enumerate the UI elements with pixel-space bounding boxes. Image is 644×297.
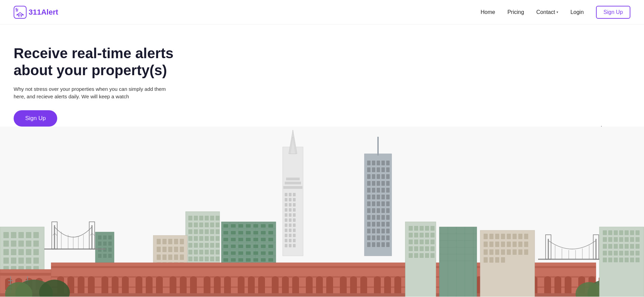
svg-rect-271 — [246, 245, 251, 248]
svg-rect-90 — [372, 222, 375, 227]
svg-rect-284 — [238, 258, 243, 262]
svg-rect-32 — [293, 229, 296, 232]
nav-home[interactable]: Home — [481, 9, 495, 15]
svg-rect-43 — [377, 137, 379, 155]
svg-rect-24 — [285, 218, 287, 222]
svg-rect-92 — [381, 222, 385, 227]
svg-rect-138 — [108, 235, 112, 240]
logo[interactable]: # 311Alert — [14, 6, 58, 19]
svg-rect-9 — [285, 193, 287, 196]
svg-rect-197 — [199, 257, 203, 261]
svg-rect-49 — [367, 167, 371, 172]
svg-rect-406 — [420, 240, 424, 244]
svg-rect-56 — [377, 174, 380, 179]
svg-rect-479 — [635, 244, 640, 249]
svg-rect-490 — [619, 258, 623, 262]
svg-rect-45 — [372, 161, 375, 165]
svg-rect-276 — [231, 251, 236, 255]
svg-rect-82 — [381, 208, 385, 213]
svg-rect-264 — [246, 238, 251, 241]
svg-rect-161 — [199, 216, 203, 220]
svg-rect-440 — [495, 242, 499, 247]
svg-rect-120 — [3, 249, 9, 255]
svg-rect-93 — [386, 222, 390, 227]
svg-rect-259 — [261, 231, 266, 234]
svg-rect-19 — [289, 208, 292, 212]
svg-rect-46 — [377, 161, 380, 165]
svg-rect-159 — [188, 216, 192, 220]
svg-rect-403 — [430, 233, 435, 237]
svg-rect-146 — [103, 254, 107, 258]
hero-signup-button[interactable]: Sign Up — [14, 110, 57, 127]
svg-rect-68 — [386, 188, 390, 193]
logo-icon: # — [14, 6, 27, 19]
svg-rect-176 — [216, 229, 220, 234]
mid-right-buildings — [405, 222, 436, 297]
svg-rect-254 — [223, 231, 228, 234]
svg-rect-125 — [3, 258, 9, 264]
svg-rect-267 — [268, 238, 273, 241]
svg-rect-91 — [377, 222, 380, 227]
svg-rect-455 — [489, 257, 493, 263]
svg-rect-326 — [162, 239, 167, 244]
svg-rect-454 — [484, 257, 488, 263]
nav-contact[interactable]: Contact ▾ — [536, 9, 558, 15]
svg-rect-472 — [635, 237, 640, 242]
svg-rect-265 — [253, 238, 258, 241]
svg-rect-195 — [188, 257, 192, 261]
svg-rect-272 — [253, 245, 258, 248]
svg-rect-74 — [367, 201, 371, 206]
svg-rect-137 — [103, 235, 107, 240]
svg-rect-182 — [216, 236, 220, 241]
svg-rect-62 — [381, 181, 385, 186]
svg-rect-274 — [268, 245, 273, 248]
svg-rect-83 — [386, 208, 390, 213]
svg-rect-407 — [425, 240, 429, 244]
svg-rect-269 — [231, 245, 236, 248]
svg-rect-429 — [480, 230, 535, 297]
svg-rect-431 — [489, 234, 493, 239]
svg-rect-395 — [414, 226, 418, 231]
svg-rect-61 — [377, 181, 380, 186]
svg-rect-172 — [194, 229, 198, 234]
svg-rect-12 — [285, 198, 287, 201]
svg-rect-100 — [372, 235, 375, 240]
svg-rect-286 — [253, 258, 258, 262]
svg-rect-405 — [414, 240, 418, 244]
nav-pricing[interactable]: Pricing — [507, 9, 524, 15]
svg-rect-81 — [377, 208, 380, 213]
svg-rect-191 — [199, 250, 203, 254]
svg-rect-270 — [238, 245, 243, 248]
svg-rect-41 — [293, 244, 296, 247]
login-button[interactable]: Login — [570, 9, 584, 15]
svg-rect-281 — [268, 251, 273, 255]
nav-links: Home Pricing Contact ▾ Login Sign Up — [481, 6, 630, 19]
svg-rect-469 — [619, 237, 623, 242]
svg-rect-330 — [157, 247, 161, 252]
svg-rect-14 — [293, 198, 296, 201]
svg-rect-94 — [367, 229, 371, 233]
svg-rect-181 — [210, 236, 214, 241]
svg-rect-457 — [501, 257, 505, 263]
signup-nav-button[interactable]: Sign Up — [596, 6, 630, 19]
svg-rect-118 — [26, 241, 31, 247]
svg-rect-198 — [205, 257, 209, 261]
svg-rect-189 — [188, 250, 192, 254]
svg-rect-73 — [386, 195, 390, 199]
navbar: # 311Alert Home Pricing Contact ▾ Login … — [0, 0, 644, 24]
svg-rect-477 — [625, 244, 629, 249]
svg-rect-336 — [162, 254, 167, 260]
svg-rect-11 — [293, 193, 296, 196]
svg-rect-35 — [293, 234, 296, 237]
svg-rect-99 — [367, 235, 371, 240]
svg-rect-183 — [188, 243, 192, 248]
svg-rect-493 — [635, 258, 640, 262]
svg-rect-140 — [103, 242, 107, 246]
brownstone-main — [51, 263, 640, 297]
svg-rect-147 — [108, 254, 112, 258]
svg-rect-285 — [246, 258, 251, 262]
svg-rect-413 — [430, 246, 435, 251]
svg-rect-85 — [372, 215, 375, 220]
svg-rect-69 — [367, 195, 371, 199]
svg-rect-6 — [286, 178, 300, 180]
